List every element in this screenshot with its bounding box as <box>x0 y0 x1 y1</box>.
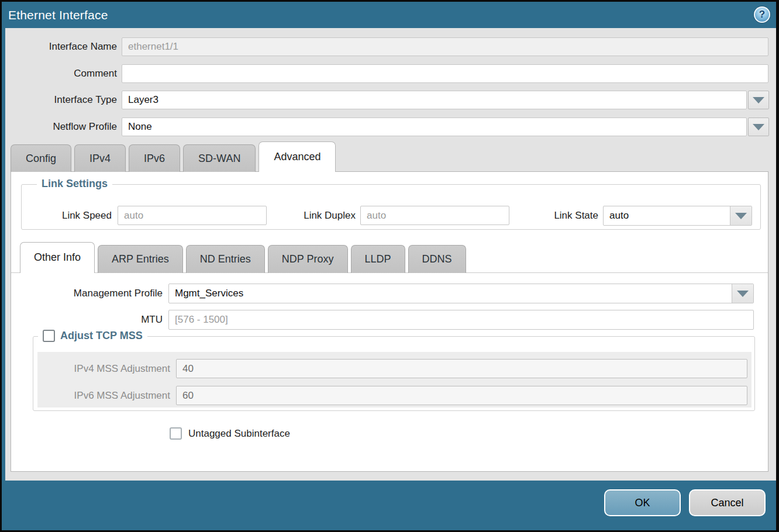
dialog-titlebar: Ethernet Interface ? <box>2 2 776 28</box>
link-state-value: auto <box>604 206 730 225</box>
link-settings-legend: Link Settings <box>37 178 112 190</box>
link-speed-field[interactable] <box>118 206 267 225</box>
netflow-profile-field[interactable] <box>122 118 747 136</box>
ipv6-mss-adjustment-label: IPv6 MSS Adjustment <box>45 386 170 405</box>
interface-name-label: Interface Name <box>5 37 117 56</box>
ethernet-interface-dialog: Ethernet Interface ? Interface Name Comm… <box>2 2 776 530</box>
subtab-ndp-proxy[interactable]: NDP Proxy <box>268 245 348 273</box>
link-speed-label: Link Speed <box>35 206 112 225</box>
dialog-footer: OK Cancel <box>2 481 776 530</box>
management-profile-select[interactable]: Mgmt_Services <box>168 284 754 303</box>
interface-type-label: Interface Type <box>5 91 117 109</box>
screenshot-frame: Ethernet Interface ? Interface Name Comm… <box>0 0 779 532</box>
tab-ipv4[interactable]: IPv4 <box>74 144 126 172</box>
netflow-profile-label: Netflow Profile <box>5 118 117 136</box>
mtu-field[interactable] <box>168 310 754 330</box>
tab-config[interactable]: Config <box>11 144 71 172</box>
link-duplex-field[interactable] <box>360 206 509 225</box>
dialog-body: Interface Name Comment Interface Type Ne… <box>5 28 776 481</box>
ipv4-mss-adjustment-label: IPv4 MSS Adjustment <box>45 359 170 378</box>
comment-label: Comment <box>5 64 117 83</box>
tab-advanced[interactable]: Advanced <box>258 141 336 172</box>
netflow-profile-dropdown-button[interactable] <box>748 118 769 136</box>
link-state-dropdown-button[interactable] <box>730 206 752 225</box>
mtu-label: MTU <box>11 310 163 330</box>
link-state-label: Link State <box>520 206 598 225</box>
management-profile-label: Management Profile <box>11 284 163 303</box>
dialog-title: Ethernet Interface <box>8 2 108 28</box>
comment-field[interactable] <box>122 64 768 83</box>
help-icon[interactable]: ? <box>754 6 770 23</box>
adjust-tcp-mss-legend: Adjust TCP MSS <box>38 330 147 342</box>
interface-type-field[interactable] <box>122 91 747 109</box>
tab-ipv6[interactable]: IPv6 <box>129 144 180 172</box>
advanced-tab-panel: Link Settings Link Speed Link Duplex Lin… <box>11 171 768 472</box>
adjust-tcp-mss-checkbox[interactable] <box>43 330 55 342</box>
cancel-button[interactable]: Cancel <box>689 489 766 516</box>
link-duplex-label: Link Duplex <box>274 206 356 225</box>
link-state-select[interactable]: auto <box>603 206 752 226</box>
tab-sd-wan[interactable]: SD-WAN <box>183 144 256 172</box>
adjust-tcp-mss-fieldset: Adjust TCP MSS IPv4 MSS Adjustment IPv6 … <box>33 336 755 411</box>
subtab-ddns[interactable]: DDNS <box>408 245 466 273</box>
ipv4-mss-adjustment-field <box>176 359 747 378</box>
chevron-down-icon <box>737 291 749 297</box>
management-profile-value: Mgmt_Services <box>169 284 732 303</box>
subtab-other-info[interactable]: Other Info <box>20 242 95 273</box>
chevron-down-icon <box>753 124 764 130</box>
sub-tabstrip: Other Info ARP Entries ND Entries NDP Pr… <box>20 242 466 273</box>
subtab-arp-entries[interactable]: ARP Entries <box>98 245 183 273</box>
untagged-subinterface-checkbox[interactable] <box>170 427 182 440</box>
management-profile-dropdown-button[interactable] <box>732 284 753 303</box>
main-tabstrip: Config IPv4 IPv6 SD-WAN Advanced <box>11 141 336 172</box>
chevron-down-icon <box>753 97 764 103</box>
adjust-tcp-mss-legend-text: Adjust TCP MSS <box>60 330 143 342</box>
ok-button[interactable]: OK <box>604 489 681 516</box>
subtab-lldp[interactable]: LLDP <box>351 245 405 273</box>
interface-name-field <box>122 37 768 56</box>
subtab-nd-entries[interactable]: ND Entries <box>186 245 265 273</box>
untagged-subinterface-label: Untagged Subinterface <box>188 427 290 440</box>
ipv6-mss-adjustment-field <box>176 386 747 405</box>
chevron-down-icon <box>735 213 747 219</box>
interface-type-dropdown-button[interactable] <box>748 91 769 109</box>
